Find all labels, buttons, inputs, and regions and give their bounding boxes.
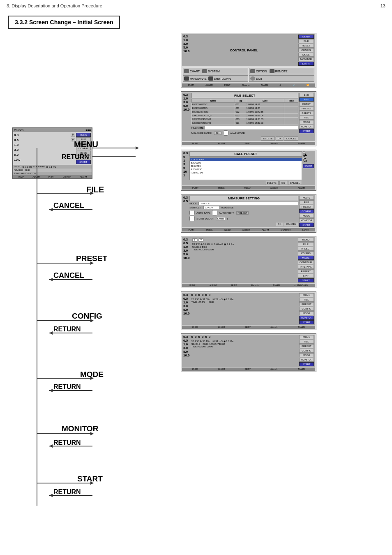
pr-g-btn[interactable]: G: [303, 157, 305, 160]
mo-p-badge: P: [192, 238, 197, 242]
ms-mode-value[interactable]: SINGLE: [198, 202, 298, 205]
cp-monitor-btn[interactable]: MONITOR: [298, 57, 314, 61]
remote-icon: [270, 69, 274, 73]
fs-reset-btn2[interactable]: RESET: [299, 102, 314, 106]
pr-scroll-up[interactable]: ▲: [303, 151, 305, 154]
preset-item-4[interactable]: R2009730: [190, 168, 302, 171]
ms-menu-btn[interactable]: MENU: [299, 196, 314, 200]
fs-filename-input[interactable]: [205, 126, 298, 130]
ms-monitor-btn[interactable]: MONITOR: [299, 218, 314, 222]
meas-mode-btn[interactable]: MODE: [299, 353, 314, 357]
ms-mode-btn[interactable]: MODE: [299, 214, 314, 218]
mn-right-btns: MENU FILE PRESET CONFIG MODE MONITOR STA…: [299, 293, 314, 324]
mp-title: Pauses: [14, 129, 23, 132]
fs-cancel-btn[interactable]: CANCEL: [284, 136, 298, 141]
mo-status-row: 28.3°C ⊕ 36.9% ↕↕ 0.40 mS ◉ 2.1 Pa: [192, 243, 296, 245]
cp-menu-btn[interactable]: MENU: [298, 35, 314, 39]
mn-config-btn[interactable]: CONFIG: [299, 307, 314, 311]
ms-preset-btn[interactable]: PRESET: [236, 211, 249, 215]
fs-mode-btn[interactable]: MODE: [299, 120, 314, 124]
fs-delete2-btn[interactable]: DELETE: [299, 111, 314, 115]
mo-repeat-btn[interactable]: REPEAT: [298, 269, 314, 273]
mn-mode-btn[interactable]: MODE: [299, 311, 314, 315]
meas-preset-btn[interactable]: PRESET: [299, 344, 314, 348]
fs-monitor-btn[interactable]: MONITOR: [299, 125, 314, 129]
mo-stat-btn[interactable]: STAT: [298, 274, 314, 278]
option-icon: [250, 69, 255, 73]
mo-preset-btn[interactable]: PRESET: [298, 247, 314, 251]
mo-mode-btn[interactable]: MODE: [298, 256, 314, 260]
preset-list[interactable]: P1YYYY/AA B2U1000 224U71X R2009730 P2Y02…: [189, 157, 302, 180]
fs-file-btn[interactable]: FILE: [299, 97, 314, 102]
meas-file-btn[interactable]: FILE: [299, 340, 314, 344]
ms-dialog-buttons: OK CANCEL: [189, 222, 298, 226]
mn-menu-btn[interactable]: MENU: [299, 293, 314, 297]
ms-start-btn[interactable]: START: [299, 223, 314, 227]
meas-status-row: 36.2°C⊕ 36.1%↕↕ 0.91 mS◉ 1.1 Pa: [191, 340, 298, 342]
fs-file2-btn[interactable]: FILE: [299, 116, 314, 120]
ms-sample-input[interactable]: [203, 206, 220, 209]
pr-title: CALL PRESET: [189, 151, 302, 157]
pr-start-btn[interactable]: START: [303, 164, 314, 168]
ms-delay-cb[interactable]: [189, 216, 195, 221]
meas-val6: 0: [209, 335, 210, 339]
ms-config-btn[interactable]: CONFIG: [299, 209, 314, 213]
meas-start-active-btn[interactable]: START: [299, 362, 314, 366]
mn-monitor-btn[interactable]: MONITOR: [299, 316, 314, 320]
fs-filename-row: FILENAME: [191, 126, 298, 130]
mp-menu-btn[interactable]: MENU: [76, 133, 91, 137]
fs-end-btn[interactable]: END: [299, 93, 314, 97]
ms-preset-btn2[interactable]: PRESET: [299, 205, 314, 209]
cp-system-label: SYSTEM: [208, 70, 220, 73]
mo-nums: 0.30.51.03.05.010.0: [183, 238, 190, 282]
cp-start-btn[interactable]: START: [298, 62, 314, 66]
mo-time-row: TIME: 00:00 / 00:00: [192, 248, 296, 251]
cp-config-btn[interactable]: CONFIG: [298, 48, 314, 52]
preset-item-1[interactable]: P1YYYY/AA: [190, 158, 302, 161]
meas-monitor-btn[interactable]: MONITOR: [299, 358, 314, 362]
pr-dialog-buttons: DELETE OK CANCEL: [189, 181, 302, 185]
cp-hardware-label: HARDWARE: [190, 77, 207, 80]
fs-delete-btn[interactable]: DELETE: [261, 136, 274, 141]
mn-val1: 0: [191, 293, 193, 297]
cp-file-btn[interactable]: FILE: [298, 39, 314, 43]
pr-cancel-btn[interactable]: CANCEL: [288, 181, 302, 185]
ms-auto-save-cb[interactable]: [189, 210, 195, 215]
svg-marker-24: [49, 331, 53, 335]
ms-auto-save-label: AUTO SAVE: [196, 212, 210, 214]
pr-t-btn[interactable]: T: [303, 154, 305, 157]
preset-item-5[interactable]: P2Y0271N: [190, 171, 302, 174]
ms-file-btn[interactable]: FILE: [299, 200, 314, 204]
mo-file-btn[interactable]: FILE: [298, 242, 314, 246]
pr-ok-btn[interactable]: OK: [279, 181, 287, 185]
cp-mode-btn[interactable]: MODE: [298, 53, 314, 57]
preset-item-2[interactable]: B2U1000: [190, 161, 302, 164]
meas-menu-btn[interactable]: MENU: [299, 335, 314, 339]
mn-start-btn[interactable]: START: [299, 320, 314, 324]
ms-cancel-btn[interactable]: CANCEL: [284, 222, 298, 226]
ms-sample-row: SAMPLE T 000MM:SS: [189, 206, 298, 209]
fs-all-label[interactable]: ALL: [214, 132, 222, 135]
cp-reset-btn[interactable]: RESET: [298, 44, 314, 48]
mn-preset-btn[interactable]: PRESET: [299, 302, 314, 306]
ms-ok-btn[interactable]: OK: [276, 222, 284, 226]
ms-auto-print-cb[interactable]: [212, 210, 217, 215]
fs-preset-btn[interactable]: PRESET: [299, 106, 314, 111]
mo-continue-btn[interactable]: CONTINUE: [298, 260, 314, 264]
measure-setting-panel: 0.30.5 MEASURE SETTING MODE SINGLE SAMPL…: [181, 194, 316, 233]
fs-alarm-checkbox[interactable]: [223, 130, 228, 136]
fs-dialog-buttons: DELETE OK CANCEL: [191, 136, 298, 141]
header-right: 13: [380, 3, 385, 8]
flow-return4-label: RETURN: [53, 439, 81, 446]
fs-ok-btn[interactable]: OK: [276, 136, 284, 141]
meas-config-btn[interactable]: CONFIG: [299, 349, 314, 353]
mo-menu-btn[interactable]: MENU: [298, 238, 314, 242]
fs-start-btn[interactable]: START: [299, 129, 314, 133]
pr-delete-btn[interactable]: DELETE: [265, 181, 279, 185]
mo-config-btn[interactable]: CONFIG: [298, 251, 314, 255]
preset-item-3[interactable]: 224U71X: [190, 164, 302, 168]
control-panel: 0.31.03.05.010.0 CONTROL PANEL MENU FILE…: [181, 33, 316, 88]
mo-interval-btn[interactable]: INTERVAL: [298, 265, 314, 269]
mn-file-btn[interactable]: FILE: [299, 298, 314, 302]
mo-start-btn[interactable]: START: [298, 278, 314, 282]
